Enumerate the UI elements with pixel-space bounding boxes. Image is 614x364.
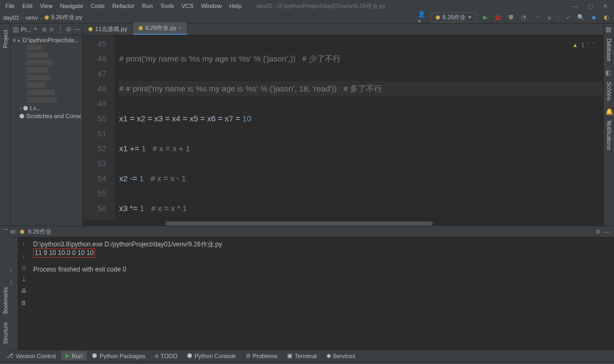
python-file-icon: ⬢: [436, 14, 440, 20]
tool-todo[interactable]: ≡TODO: [151, 352, 182, 360]
tool-python-console[interactable]: ⬢Python Console: [183, 351, 240, 360]
database-tool-tab[interactable]: Database: [605, 34, 613, 66]
chevron-down-icon[interactable]: ˇ: [593, 37, 595, 52]
main-area: Project ▤ Pr... ▼ ⊕ ≡ ⋮ ⚙ — ▾ ▸ D:\pytho…: [0, 24, 614, 226]
attach-button[interactable]: ⋯: [532, 13, 541, 22]
run-button[interactable]: ▶: [481, 13, 489, 22]
python-icon: ⬢: [187, 352, 192, 359]
hide-icon[interactable]: —: [74, 26, 80, 33]
tool-version-control[interactable]: ⎇Version Control: [2, 351, 60, 360]
menu-refactor[interactable]: Refactor: [109, 2, 138, 10]
tool-python-packages[interactable]: ⬢Python Packages: [88, 351, 150, 360]
gear-icon[interactable]: ⚙: [66, 26, 72, 33]
todo-icon: ≡: [155, 353, 158, 359]
collapse-all-icon[interactable]: ⋮: [57, 26, 64, 33]
hide-icon[interactable]: —: [604, 228, 610, 235]
left-tool-stripe-bottom: Bookmarks Structure: [0, 230, 11, 351]
sciview-tool-tab[interactable]: SciView: [605, 78, 613, 105]
python-file-icon: ⬢: [88, 26, 93, 32]
code-content[interactable]: # print('my name is %s my age is %s' % (…: [115, 35, 603, 220]
up-icon[interactable]: ↑: [19, 239, 28, 248]
minimize-icon[interactable]: —: [568, 3, 582, 9]
maximize-icon[interactable]: ▢: [584, 3, 597, 10]
stop-button[interactable]: ■: [545, 13, 554, 22]
branch-icon: ⎇: [6, 352, 13, 359]
notifications-tool-tab[interactable]: Notifications: [605, 117, 613, 154]
bottom-tool-bar: ⎇Version Control ▶Run ⬢Python Packages ≡…: [0, 350, 614, 361]
gutter: 45 46 47 48 49 50 51 52 53 54 55 56: [83, 35, 115, 220]
bookmarks-tool-tab[interactable]: Bookmarks: [2, 283, 10, 318]
sidebar-title[interactable]: Pr...: [21, 26, 32, 33]
soft-wrap-icon[interactable]: ⎙: [19, 263, 28, 272]
expand-all-icon[interactable]: ≡: [50, 26, 55, 33]
breadcrumb: day01 › venv › ⬢ 9.26作业.py: [3, 13, 82, 21]
console-output[interactable]: D:\python3.8\python.exe D:/pythonProject…: [29, 237, 614, 350]
menu-code[interactable]: Code: [88, 2, 108, 10]
run-tool-header: Run: ⬢ 9.26作业 ⚙ —: [0, 226, 614, 237]
editor-area: ⬢11点游戏.py ⬢9.26作业.py× 45 46 47 48 49 50 …: [83, 24, 603, 226]
profile-button[interactable]: ◔: [519, 13, 528, 22]
debug-button[interactable]: 🐞: [494, 13, 502, 22]
menu-navigate[interactable]: Navigate: [57, 2, 86, 10]
crumb-file[interactable]: 9.26作业.py: [51, 13, 82, 21]
run-config-selector[interactable]: ⬢ 9.26作业 ▼: [431, 12, 477, 22]
chevron-up-icon[interactable]: ˆ: [588, 37, 590, 52]
editor-tabbar: ⬢11点游戏.py ⬢9.26作业.py×: [83, 24, 603, 35]
close-icon[interactable]: ✕: [599, 3, 612, 10]
structure-tool-tab[interactable]: Structure: [2, 318, 10, 348]
editor-horizontal-scrollbar[interactable]: [83, 220, 603, 226]
scroll-end-icon[interactable]: ⤓: [19, 275, 28, 283]
print-icon[interactable]: 🖶: [19, 286, 28, 295]
search-icon[interactable]: 🔍: [577, 13, 585, 22]
python-file-icon: ⬢: [44, 14, 49, 20]
run-config-label: 9.26作业: [442, 13, 465, 21]
clear-icon[interactable]: 🗑: [19, 298, 28, 307]
menu-help[interactable]: Help: [226, 2, 245, 10]
run-coverage-button[interactable]: ⛊: [507, 13, 515, 22]
console-line-highlighted: 11 9 10 10.0 0 10 10: [33, 249, 610, 258]
chevron-down-icon[interactable]: ▼: [34, 27, 38, 32]
ide-settings-icon[interactable]: ◆: [589, 13, 598, 22]
add-user-icon[interactable]: 👤▾: [418, 13, 426, 22]
editor-tab[interactable]: ⬢11点游戏.py: [83, 24, 133, 35]
vcs-update-icon[interactable]: ↙: [564, 13, 572, 22]
warning-icon: ▲: [572, 37, 578, 52]
tree-scratches: ⬢ Scratches and Consoles: [12, 112, 81, 120]
select-opened-icon[interactable]: ⊕: [42, 26, 47, 33]
console-line: Process finished with exit code 0: [33, 266, 610, 274]
profiler-icon[interactable]: ◐: [602, 13, 611, 22]
run-toolbar-secondary: ↑ ↓ ⎙ ⤓ 🖶 🗑: [18, 237, 29, 350]
menu-view[interactable]: View: [37, 2, 56, 10]
menu-vcs[interactable]: VCS: [178, 2, 197, 10]
editor-tab[interactable]: ⬢9.26作业.py×: [133, 22, 188, 35]
tree-ext-lib: › ⬣ Lx...: [12, 104, 81, 112]
menu-edit[interactable]: Edit: [19, 2, 36, 10]
status-bar: ▢ Localized PyCharm 2022.1.3 is availabl…: [0, 361, 614, 364]
run-tool-body: ▶ ■ ⊟ ⊡ ↑ ↓ ⎙ ⤓ 🖶 🗑 D:\python3.8\python.…: [0, 237, 614, 350]
database-icon[interactable]: ▦: [605, 26, 613, 33]
crumb-project[interactable]: day01: [3, 14, 19, 21]
code-editor[interactable]: 45 46 47 48 49 50 51 52 53 54 55 56 # pr…: [83, 35, 603, 220]
right-tool-stripe: ▦ Database ◧ SciView 🔔 Notifications: [603, 24, 614, 226]
bell-icon[interactable]: 🔔: [605, 108, 613, 115]
run-config-name: 9.26作业: [28, 228, 51, 236]
close-tab-icon[interactable]: ×: [178, 25, 182, 31]
gear-icon[interactable]: ⚙: [595, 228, 601, 235]
menu-tools[interactable]: Tools: [157, 2, 177, 10]
down-icon[interactable]: ↓: [19, 251, 28, 260]
menu-file[interactable]: File: [2, 2, 18, 10]
services-icon: ◆: [327, 352, 331, 359]
tool-terminal[interactable]: ▣Terminal: [283, 351, 321, 360]
project-tree[interactable]: ▾ ▸ D:\pythonProject\da... › ⬣ Lx... ⬢ S…: [11, 35, 82, 121]
menu-window[interactable]: Window: [198, 2, 225, 10]
tool-services[interactable]: ◆Services: [322, 351, 360, 360]
crumb-folder[interactable]: venv: [26, 14, 38, 21]
window-title: day01 - D:\pythonProject\day01\venv\9.26…: [246, 1, 567, 11]
tool-run[interactable]: ▶Run: [61, 351, 87, 360]
tool-problems[interactable]: ⊘Problems: [242, 351, 282, 360]
inspection-widget[interactable]: ▲1 ˆ ˇ: [572, 37, 595, 52]
sciview-icon[interactable]: ◧: [605, 69, 613, 76]
menu-run[interactable]: Run: [139, 2, 156, 10]
project-tool-tab[interactable]: Project: [1, 26, 10, 52]
sidebar-header: ▤ Pr... ▼ ⊕ ≡ ⋮ ⚙ —: [11, 24, 82, 35]
